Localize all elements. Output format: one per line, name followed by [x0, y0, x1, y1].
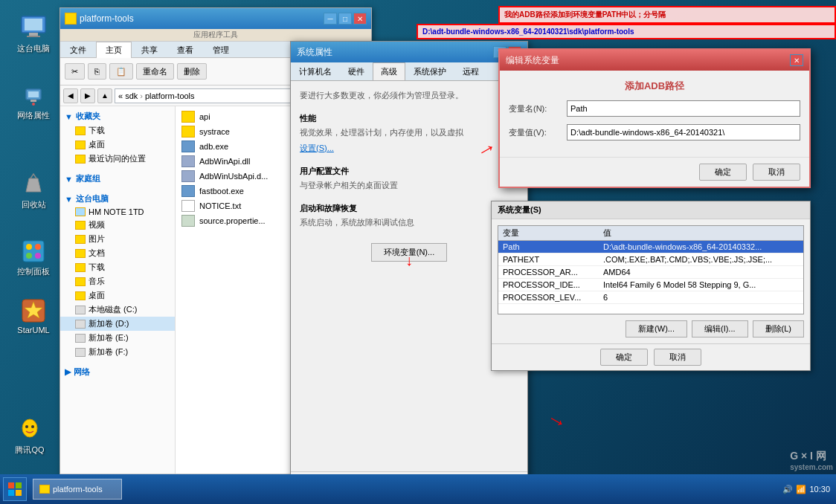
ribbon-paste[interactable]: 📋 — [109, 63, 133, 80]
tab-file[interactable]: 文件 — [60, 42, 96, 58]
edit-var-close-button[interactable]: ✕ — [790, 54, 803, 66]
tab-share[interactable]: 共享 — [132, 42, 167, 58]
folder-icon-systrace — [181, 126, 195, 138]
var-value-input[interactable] — [567, 124, 800, 140]
sysvar-col-var: 变量 — [498, 226, 599, 241]
homegroup-header[interactable]: ▼ 家庭组 — [60, 172, 175, 186]
explorer-titlebar: platform-tools ─ □ ✕ — [60, 8, 371, 29]
favorites-header[interactable]: ▼ 收藏夹 — [60, 109, 175, 123]
icon-label-recycle: 回收站 — [22, 199, 46, 210]
desktop-icon-staruml[interactable]: StarUML — [11, 297, 56, 335]
ribbon-rename[interactable]: 重命名 — [136, 63, 174, 80]
annotation-text-2: D:\adt-bundle-windows-x86_64-20140321\sd… — [422, 28, 634, 36]
sysvar-ok-button[interactable]: 确定 — [600, 349, 648, 366]
folder-icon-api — [181, 111, 195, 123]
sidebar-item-desktop[interactable]: 桌面 — [60, 138, 175, 152]
sysvar-cancel-button[interactable]: 取消 — [654, 349, 701, 366]
sidebar-drive-e[interactable]: 新加卷 (E:) — [60, 331, 175, 345]
sidebar-drive-c[interactable]: 本地磁盘 (C:) — [60, 303, 175, 317]
sysprop-admin-notice: 要进行大多数更改，你必须作为管理员登录。 — [300, 90, 518, 101]
svg-point-10 — [35, 244, 41, 250]
edit-var-dialog: 编辑系统变量 ✕ 添加ADB路径 变量名(N): 变量值(V): 确定 取消 — [498, 48, 811, 188]
sysprop-desc-admin: 要进行大多数更改，你必须作为管理员登录。 — [300, 90, 518, 101]
svg-point-12 — [35, 253, 41, 259]
annotation-box-2: D:\adt-bundle-windows-x86_64-20140321\sd… — [417, 24, 836, 39]
desktop-icon-computer[interactable]: 这台电脑 — [11, 15, 56, 54]
path-platform-tools[interactable]: platform-tools — [145, 91, 195, 100]
sidebar-item-recent[interactable]: 最近访问的位置 — [60, 152, 175, 166]
svg-rect-20 — [8, 490, 14, 496]
sysprop-perf-section: 性能 视觉效果，处理器计划，内存使用，以及虚拟 设置(S)... — [300, 113, 518, 154]
path-sdk[interactable]: sdk — [125, 91, 138, 100]
sidebar-drive-d[interactable]: 新加卷 (D:) — [60, 317, 175, 331]
tab-hardware[interactable]: 硬件 — [340, 62, 373, 80]
start-button[interactable] — [3, 477, 27, 501]
sidebar-downloads[interactable]: 下载 — [60, 260, 175, 274]
tab-manage[interactable]: 管理 — [203, 42, 239, 58]
minimize-button[interactable]: ─ — [324, 13, 337, 25]
ribbon-cut[interactable]: ✂ — [65, 63, 85, 80]
sysvar-action-buttons: 新建(W)... 编辑(I)... 删除(L) — [498, 320, 804, 337]
edit-var-ok-button[interactable]: 确定 — [699, 164, 747, 181]
computer-section: ▼ 这台电脑 HM NOTE 1TD 视频 图片 — [60, 189, 175, 362]
startup-desc: 系统启动，系统故障和调试信息 — [300, 217, 518, 228]
taskbar: platform-tools 🔊 📶 10:30 — [0, 474, 836, 504]
sysprop-titlebar: 系统属性 ? ✕ — [291, 42, 527, 62]
edit-var-footer: 确定 取消 — [500, 157, 809, 187]
sidebar-item-download[interactable]: 下载 — [60, 123, 175, 138]
sidebar-pane: ▼ 收藏夹 下载 桌面 最近访问的位置 — [60, 106, 176, 474]
desktop-icon-qq[interactable]: 腾讯QQ — [7, 416, 52, 456]
env-variables-button[interactable]: 环境变量(N)... — [371, 243, 447, 262]
sidebar-pictures[interactable]: 图片 — [60, 232, 175, 246]
sysvar-table: 变量 值 Path D:\adt-bundle-windows-x86_64-2… — [498, 226, 803, 304]
maximize-button[interactable]: □ — [338, 13, 352, 25]
start-area — [0, 474, 30, 504]
favorites-section: ▼ 收藏夹 下载 桌面 最近访问的位置 — [60, 106, 175, 169]
taskbar-item-explorer[interactable]: platform-tools — [33, 479, 122, 500]
sidebar-video[interactable]: 视频 — [60, 218, 175, 232]
tab-system-protection[interactable]: 系统保护 — [405, 62, 454, 80]
back-button[interactable]: ◀ — [63, 88, 78, 103]
sidebar-drive-f[interactable]: 新加卷 (F:) — [60, 345, 175, 359]
sidebar-docs[interactable]: 文档 — [60, 246, 175, 260]
tab-view[interactable]: 查看 — [167, 42, 203, 58]
sysvar-new-button[interactable]: 新建(W)... — [626, 320, 687, 337]
svg-point-16 — [25, 425, 28, 428]
sidebar-hm-note[interactable]: HM NOTE 1TD — [60, 206, 175, 218]
sidebar-music[interactable]: 音乐 — [60, 274, 175, 288]
sysvar-table-wrapper[interactable]: 变量 值 Path D:\adt-bundle-windows-x86_64-2… — [498, 225, 804, 314]
var-name-input[interactable] — [567, 100, 800, 117]
close-button[interactable]: ✕ — [353, 13, 367, 25]
tab-remote[interactable]: 远程 — [454, 62, 487, 80]
sysvar-content: 变量 值 Path D:\adt-bundle-windows-x86_64-2… — [492, 219, 810, 343]
desktop-icon-network[interactable]: 网络属性 — [11, 82, 56, 121]
sysvar-delete-button[interactable]: 删除(L) — [753, 320, 804, 337]
var-value-label: 变量值(V): — [509, 127, 561, 138]
computer-header[interactable]: ▼ 这台电脑 — [60, 192, 175, 206]
forward-button[interactable]: ▶ — [80, 88, 95, 103]
ribbon-delete[interactable]: 删除 — [177, 63, 207, 80]
network-header[interactable]: ▶ 网络 — [60, 365, 175, 379]
sysvar-edit-button[interactable]: 编辑(I)... — [692, 320, 748, 337]
sysvar-row-pathext[interactable]: PATHEXT .COM;.EXE;.BAT;.CMD;.VBS;.VBE;.J… — [498, 253, 803, 266]
desktop-icon-recycle[interactable]: 回收站 — [11, 171, 56, 210]
tab-advanced[interactable]: 高级 — [373, 62, 405, 80]
up-button[interactable]: ▲ — [97, 88, 112, 103]
sysprop-profile-section: 用户配置文件 与登录帐户相关的桌面设置 — [300, 166, 518, 191]
exe-icon-adb — [181, 140, 195, 152]
ribbon-copy[interactable]: ⎘ — [88, 63, 106, 80]
icon-label-staruml: StarUML — [17, 326, 49, 335]
icon-label-qq: 腾讯QQ — [15, 445, 44, 456]
tab-computer-name[interactable]: 计算机名 — [291, 62, 340, 80]
edit-var-cancel-button[interactable]: 取消 — [753, 164, 800, 181]
dll-icon-adbwinapi — [181, 155, 195, 167]
desktop-icon-control[interactable]: 控制面板 — [11, 238, 56, 277]
perf-settings-link[interactable]: 设置(S)... — [300, 143, 518, 154]
sysvar-row-processor-ide[interactable]: PROCESSOR_IDE... Intel64 Family 6 Model … — [498, 279, 803, 291]
tab-home[interactable]: 主页 — [96, 42, 132, 58]
sidebar-desktop2[interactable]: 桌面 — [60, 288, 175, 303]
svg-point-7 — [32, 103, 35, 106]
sysvar-row-processor-ar[interactable]: PROCESSOR_AR... AMD64 — [498, 266, 803, 279]
sysvar-row-processor-lev[interactable]: PROCESSOR_LEV... 6 — [498, 291, 803, 304]
sysvar-row-path[interactable]: Path D:\adt-bundle-windows-x86_64-201403… — [498, 241, 803, 253]
